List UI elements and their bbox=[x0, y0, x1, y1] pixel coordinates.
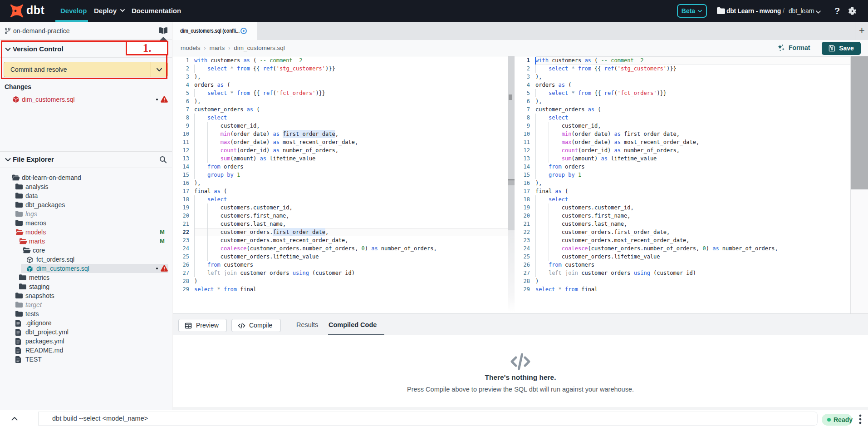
tree-item-models[interactable]: modelsM bbox=[0, 228, 172, 237]
chevron-down-icon[interactable] bbox=[156, 68, 162, 72]
code-line: customers.first_name, bbox=[535, 212, 631, 220]
tree-item-logs[interactable]: logs bbox=[0, 209, 172, 218]
folder-open-icon bbox=[23, 247, 31, 253]
scrollbar-annotation bbox=[509, 94, 512, 100]
conflict-warning-icon bbox=[161, 265, 168, 272]
changed-file-row[interactable]: dim_customers.sql bbox=[0, 94, 172, 104]
gear-icon[interactable] bbox=[848, 6, 857, 16]
code-line: select * from final bbox=[194, 285, 256, 293]
tree-item-target[interactable]: target bbox=[0, 300, 172, 309]
tree-item-marts[interactable]: martsM bbox=[0, 237, 172, 246]
format-button[interactable]: Format bbox=[777, 40, 810, 56]
line-number: 1 bbox=[515, 56, 530, 65]
preview-button[interactable]: Preview bbox=[178, 319, 227, 332]
save-button[interactable]: Save bbox=[822, 42, 861, 55]
tree-item-label: staging bbox=[29, 282, 49, 291]
folder-icon bbox=[15, 202, 23, 208]
tab-dim-customers[interactable]: dim_customers.sql (confli... bbox=[173, 22, 257, 40]
tree-item-label: tests bbox=[25, 309, 39, 318]
nav-item-develop[interactable]: Develop bbox=[60, 0, 87, 22]
code-line: min(order_date) as first_order_date, bbox=[194, 130, 338, 138]
tree-item-label: macros bbox=[25, 218, 46, 228]
tree-item-dim-customers-sql[interactable]: dim_customers.sql bbox=[0, 264, 172, 273]
breadcrumb-models[interactable]: models bbox=[181, 45, 201, 51]
code-line: select bbox=[194, 195, 227, 204]
code-line: customers.customer_id, bbox=[194, 204, 293, 212]
tree-item--gitignore[interactable]: .gitignore bbox=[0, 318, 172, 328]
file-explorer-header[interactable]: File Explorer bbox=[0, 152, 172, 168]
tree-item-dbt-learn-on-demand[interactable]: dbt-learn-on-demand bbox=[0, 173, 172, 182]
tree-item-snapshots[interactable]: snapshots bbox=[0, 291, 172, 300]
tree-item-label: target bbox=[25, 300, 42, 309]
save-floppy-icon bbox=[829, 45, 835, 52]
tree-item-staging[interactable]: staging bbox=[0, 282, 172, 291]
scrollbar-thumb[interactable] bbox=[508, 56, 515, 230]
code-line: left join customer_orders using (custome… bbox=[535, 269, 696, 277]
commit-and-resolve-button[interactable]: Commit and resolve bbox=[4, 62, 168, 77]
code-line: customers.last_name, bbox=[194, 220, 286, 228]
folder-icon bbox=[15, 311, 23, 317]
beta-dropdown[interactable]: Beta bbox=[677, 4, 707, 18]
docs-book-icon[interactable] bbox=[159, 27, 168, 35]
tree-item-packages-yml[interactable]: packages.yml bbox=[0, 337, 172, 346]
code-pane-right[interactable]: 1with customers as ( -- comment 22 selec… bbox=[515, 56, 850, 313]
tree-item-label: dbt-learn-on-demand bbox=[22, 173, 81, 182]
breadcrumb-marts[interactable]: marts bbox=[210, 45, 225, 51]
line-number: 2 bbox=[515, 65, 530, 73]
branch-name[interactable]: on-demand-practice bbox=[13, 22, 70, 40]
tree-item-data[interactable]: data bbox=[0, 191, 172, 200]
tree-item-test[interactable]: TEST bbox=[0, 355, 172, 364]
line-number: 10 bbox=[515, 130, 530, 138]
code-line: final as ( bbox=[194, 187, 227, 195]
tree-item-analysis[interactable]: analysis bbox=[0, 182, 172, 191]
file-icon bbox=[15, 320, 21, 327]
code-line: customer_orders as ( bbox=[535, 105, 601, 114]
project-selector[interactable]: dbt_learn bbox=[789, 0, 814, 22]
breadcrumb-separator: › bbox=[228, 45, 230, 51]
code-line: customer_orders.most_recent_order_date, bbox=[194, 236, 348, 244]
tree-item-readme-md[interactable]: README.md bbox=[0, 346, 172, 355]
nav-item-deploy[interactable]: Deploy bbox=[94, 0, 125, 22]
editor-toolbar: models›marts›dim_customers.sql Format Sa… bbox=[173, 40, 868, 56]
tree-item-core[interactable]: core bbox=[0, 246, 172, 255]
line-number: 28 bbox=[173, 277, 189, 285]
nav-item-documentation[interactable]: Documentation bbox=[132, 0, 181, 22]
left-pane-scrollbar[interactable] bbox=[508, 56, 515, 313]
tree-item-metrics[interactable]: metrics bbox=[0, 273, 172, 282]
help-icon[interactable]: ? bbox=[834, 0, 840, 22]
tree-item-macros[interactable]: macros bbox=[0, 218, 172, 228]
scrollbar-thumb[interactable] bbox=[851, 56, 868, 189]
line-number: 12 bbox=[173, 146, 189, 154]
cube-icon bbox=[26, 265, 33, 273]
account-name[interactable]: dbt Learn - mwong bbox=[726, 0, 781, 22]
tree-item-fct-orders-sql[interactable]: fct_orders.sql bbox=[0, 255, 172, 264]
breadcrumb-file[interactable]: dim_customers.sql bbox=[234, 45, 285, 51]
line-number: 28 bbox=[515, 277, 530, 285]
line-number: 25 bbox=[173, 253, 189, 261]
right-pane-scrollbar[interactable] bbox=[850, 56, 868, 313]
chevron-down-icon[interactable] bbox=[815, 9, 821, 15]
tab-compiled-code[interactable]: Compiled Code bbox=[329, 314, 377, 336]
tree-item-dbt-project-yml[interactable]: dbt_project.yml bbox=[0, 328, 172, 337]
folder-icon bbox=[15, 293, 23, 299]
code-line: select * from final bbox=[535, 285, 598, 293]
dbt-logo-icon[interactable] bbox=[9, 3, 25, 19]
code-pane-left[interactable]: 1with customers as ( -- comment 22 selec… bbox=[173, 56, 508, 313]
chevron-up-icon[interactable] bbox=[11, 415, 18, 422]
new-tab-button[interactable]: + bbox=[855, 22, 868, 40]
tree-item-label: models bbox=[25, 228, 46, 237]
kebab-menu-icon[interactable] bbox=[859, 414, 862, 424]
empty-state-title: There's nothing here. bbox=[173, 373, 868, 382]
tree-item-dbt-packages[interactable]: dbt_packages bbox=[0, 200, 172, 209]
code-line: customer_orders.lifetime_value bbox=[535, 253, 660, 261]
code-line: coalesce(customer_orders.number_of_order… bbox=[194, 244, 437, 253]
search-icon[interactable] bbox=[159, 156, 167, 164]
compile-button[interactable]: Compile bbox=[231, 319, 281, 332]
command-input[interactable]: dbt build --select <model_name> bbox=[38, 412, 818, 426]
line-number: 29 bbox=[515, 285, 530, 293]
code-line: ), bbox=[535, 73, 542, 81]
tree-item-tests[interactable]: tests bbox=[0, 309, 172, 318]
tab-results[interactable]: Results bbox=[296, 314, 318, 336]
line-number: 19 bbox=[173, 204, 189, 212]
line-number: 6 bbox=[515, 97, 530, 105]
